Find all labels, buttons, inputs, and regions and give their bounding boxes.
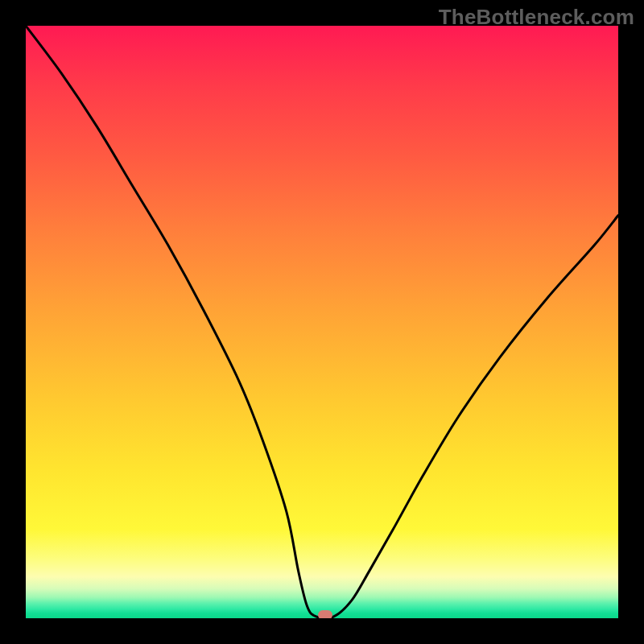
optimal-point-marker bbox=[318, 610, 332, 618]
curve-svg bbox=[26, 26, 618, 618]
plot-area bbox=[26, 26, 618, 618]
chart-frame: TheBottleneck.com bbox=[0, 0, 644, 644]
bottleneck-curve-path bbox=[26, 26, 618, 618]
watermark-text: TheBottleneck.com bbox=[439, 5, 634, 30]
